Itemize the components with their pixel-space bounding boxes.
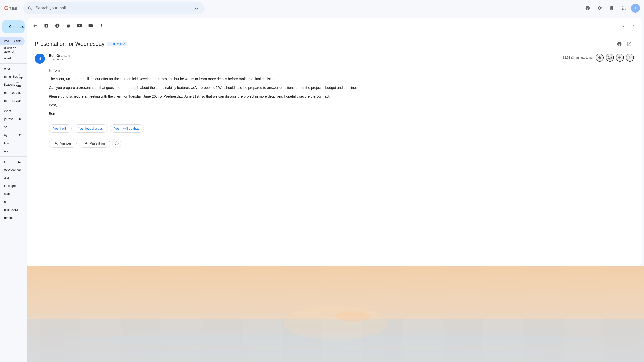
open-new-window-button[interactable] <box>625 39 634 49</box>
email-panel: Presentation for Wednesday Received ✕ <box>27 18 642 266</box>
paragraph2: Can you prepare a presentation that goes… <box>49 85 634 90</box>
sidebar-item-rtment[interactable]: rtment <box>0 214 25 222</box>
sidebar-item-occo[interactable]: occo 2013 <box>0 206 25 214</box>
sidebar-item-ies[interactable]: ies <box>0 147 25 155</box>
mark-unread-button[interactable] <box>75 21 84 30</box>
sidebar-item-forums[interactable]: rs 19 390 <box>0 97 25 105</box>
pass-it-on-button[interactable]: Pass it on <box>79 139 110 148</box>
help-button[interactable] <box>583 3 593 13</box>
sidebar-degree-label: r's degree <box>4 184 17 188</box>
user-avatar[interactable]: T <box>631 4 640 13</box>
paragraph3: Please try to schedule a meeting with th… <box>49 94 634 99</box>
smart-reply-1[interactable]: Yes, let's discuss. <box>74 124 108 133</box>
sidebar-trash-badge: 6 <box>19 118 21 121</box>
sidebar-item-day[interactable]: ay 2 <box>0 131 25 139</box>
message-time: 22:53 (34 minuty temu) <box>563 56 594 59</box>
search-filter-button[interactable]: ⚙ <box>192 4 200 12</box>
sidebar-item-alia[interactable]: alia <box>0 174 25 182</box>
search-input[interactable] <box>35 6 189 10</box>
sidebar-trash-label: ]/Trash <box>4 117 13 121</box>
compose-button[interactable]: Compose <box>2 20 25 33</box>
sidebar-al-label: al <box>4 200 6 204</box>
sidebar-notifications-badge: 73 946 <box>16 82 21 88</box>
sidebar-less-label: ss <box>4 125 7 129</box>
sidebar-s-label: s <box>4 160 6 163</box>
received-tag-label: Received <box>109 42 122 46</box>
report-button[interactable] <box>53 21 62 30</box>
sidebar-item-important[interactable]: ories <box>0 65 25 73</box>
compose-label: Compose <box>9 25 24 29</box>
more-button[interactable] <box>97 21 106 30</box>
smart-reply-2[interactable]: Yes, I will do that. <box>110 124 144 133</box>
emoji-button[interactable] <box>112 139 121 148</box>
sidebar-tion-label: tion <box>4 142 9 145</box>
smart-replies: Yes, I will. Yes, let's discuss. Yes, I … <box>49 124 634 133</box>
answer-button[interactable]: Answer <box>49 139 77 148</box>
greeting: Hi Tom, <box>49 68 634 73</box>
reply-button[interactable] <box>616 54 624 62</box>
svg-rect-0 <box>27 266 644 362</box>
move-to-button[interactable] <box>86 21 95 30</box>
bookmark-button[interactable] <box>607 3 617 13</box>
sidebar-item-s[interactable]: s 12 <box>0 158 25 166</box>
search-bar[interactable]: ⚙ <box>23 2 205 14</box>
remove-tag-button[interactable]: ✕ <box>123 42 125 46</box>
smart-reply-0[interactable]: Yes, I will. <box>49 124 72 133</box>
sidebar-forums-badge: 19 390 <box>12 99 21 102</box>
sidebar-communities-badge: 9 995 <box>19 74 23 80</box>
sidebar-devpeer-label: edevpeer.eu <box>4 168 21 171</box>
sidebar-item-al[interactable]: al <box>0 198 25 206</box>
search-icon <box>27 6 32 11</box>
apps-button[interactable] <box>619 3 629 13</box>
emoji-reaction-button[interactable] <box>606 54 614 62</box>
sidebar-item-degree[interactable]: r's degree <box>0 182 25 190</box>
svg-point-2 <box>78 334 593 346</box>
sidebar-item-inbox[interactable]: ved 2 332 <box>0 37 25 45</box>
print-button[interactable] <box>615 39 624 49</box>
sidebar-day-label: ay <box>4 133 7 137</box>
sidebar-item-less[interactable]: ss <box>0 123 25 131</box>
svg-point-3 <box>121 348 550 357</box>
sidebar-promotions-label: ms <box>4 91 8 95</box>
sidebar-ies-label: ies <box>4 150 8 153</box>
sidebar-item-communities[interactable]: mmunities 9 995 <box>0 73 25 81</box>
sidebar-inbox-label: ved <box>4 39 9 43</box>
svg-rect-1 <box>27 319 644 362</box>
nav-arrows <box>619 21 638 30</box>
sidebar-item-tion[interactable]: tion <box>0 139 25 147</box>
sidebar-item-promotions[interactable]: ms 20 735 <box>0 89 25 97</box>
sidebar-item-sent[interactable]: /Sent <box>0 107 25 115</box>
sidebar-item-trash[interactable]: ]/Trash 6 <box>0 115 25 123</box>
svg-point-7 <box>335 311 370 322</box>
delete-button[interactable] <box>64 21 73 30</box>
sender-info: Ben Graham do mnie <box>49 54 563 61</box>
next-email-button[interactable] <box>629 21 638 30</box>
content-area: Presentation for Wednesday Received ✕ <box>27 16 644 362</box>
sidebar-item-devpeer[interactable]: edevpeer.eu <box>0 166 25 174</box>
sidebar-divider-3 <box>0 156 27 157</box>
sidebar-item-snoozed[interactable]: oned <box>0 54 25 62</box>
settings-button[interactable] <box>595 3 605 13</box>
expand-icon[interactable] <box>61 58 64 61</box>
pass-it-on-label: Pass it on <box>90 141 105 145</box>
sidebar-item-starred[interactable]: d with an asterisk <box>0 45 25 54</box>
sidebar-snoozed-label: oned <box>4 57 11 60</box>
back-button[interactable] <box>31 21 40 30</box>
forward-icon <box>84 141 88 145</box>
app-logo: Gmail <box>4 5 18 11</box>
sidebar-forums-label: rs <box>4 99 7 103</box>
background-image <box>27 266 644 362</box>
sidebar-item-state[interactable]: state <box>0 190 25 198</box>
closing: Best, <box>49 102 634 108</box>
sidebar-item-notifications[interactable]: fications 73 946 <box>0 81 25 89</box>
email-message: B Ben Graham do mnie 22:53 (34 minuty te… <box>35 54 634 154</box>
sidebar-state-label: state <box>4 192 11 196</box>
more-options-button[interactable] <box>626 54 634 62</box>
prev-email-button[interactable] <box>619 21 628 30</box>
archive-button[interactable] <box>42 21 51 30</box>
answer-icon <box>54 141 58 145</box>
topbar-icons: T <box>583 3 640 13</box>
email-toolbar <box>27 18 642 33</box>
sidebar-divider-2 <box>0 106 27 106</box>
star-button[interactable] <box>596 54 604 62</box>
